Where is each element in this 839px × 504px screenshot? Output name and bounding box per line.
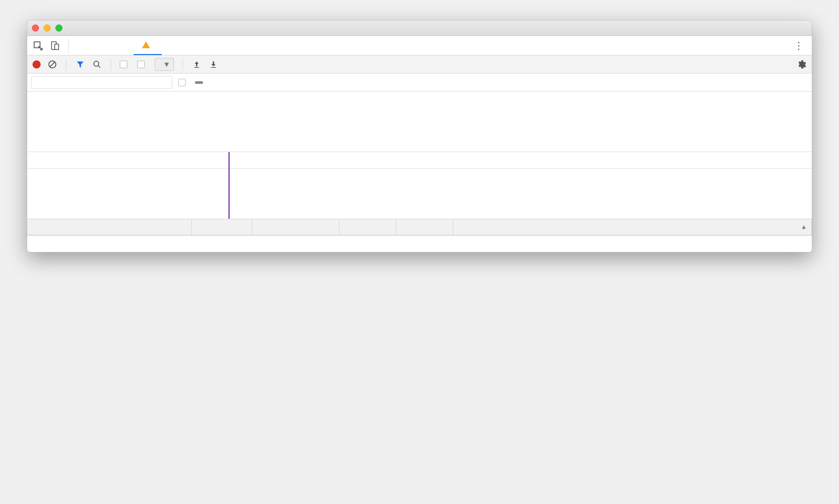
device-toggle-icon[interactable] [48,39,61,52]
throttling-select[interactable]: ▾ [155,58,174,71]
tab-security[interactable] [224,36,239,55]
filter-bar [27,73,812,92]
timeline-overview[interactable] [27,152,812,219]
clear-icon[interactable] [47,59,57,70]
tab-audits[interactable] [243,36,259,55]
title-bar [27,20,812,36]
more-menu-icon[interactable]: ⋮ [790,40,808,51]
col-name[interactable] [27,219,192,235]
filmstrip-placeholder [27,92,812,152]
svg-point-4 [94,61,99,66]
status-bar [27,235,812,252]
col-type[interactable] [192,219,252,235]
svg-rect-2 [55,44,59,49]
inspect-icon[interactable] [31,39,44,52]
preserve-log-checkbox[interactable] [120,61,130,68]
tab-sources[interactable] [114,36,130,55]
table-header: ▲ [27,219,812,235]
tab-network[interactable] [133,36,162,55]
tab-application[interactable] [204,36,220,55]
minimize-icon[interactable] [43,24,51,32]
filter-type-all[interactable] [195,81,203,84]
settings-gear-icon[interactable] [797,59,806,70]
tab-performance[interactable] [165,36,181,55]
close-icon[interactable] [32,24,39,32]
col-waterfall[interactable]: ▲ [453,219,812,235]
hide-data-urls-checkbox[interactable] [178,79,189,86]
col-size[interactable] [339,219,396,235]
devtools-window: ⋮ ▾ [27,20,812,252]
network-toolbar: ▾ [27,55,812,73]
svg-rect-6 [211,67,216,68]
maximize-icon[interactable] [55,24,63,32]
filter-toggle-icon[interactable] [75,59,85,70]
tab-console[interactable] [95,36,111,55]
tab-elements[interactable] [75,36,91,55]
disable-cache-checkbox[interactable] [137,61,148,68]
traffic-lights [32,24,63,32]
col-time[interactable] [396,219,453,235]
upload-icon[interactable] [192,59,202,70]
record-button[interactable] [33,60,41,69]
svg-rect-5 [194,67,199,68]
search-icon[interactable] [92,59,102,70]
download-icon[interactable] [209,59,218,70]
overview-load-line [229,152,230,219]
col-initiator[interactable] [252,219,339,235]
panel-tabs: ⋮ [27,36,812,55]
tab-memory[interactable] [184,36,201,55]
filter-input[interactable] [31,76,172,89]
